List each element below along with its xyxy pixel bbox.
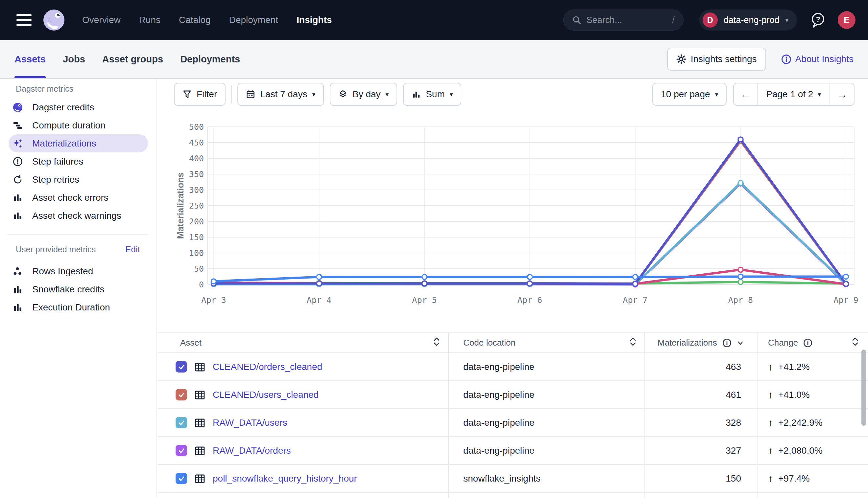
dagster-metrics-section-label: Dagster metrics — [16, 84, 140, 94]
deployment-initial-badge: D — [703, 12, 718, 28]
top-nav: Overview Runs Catalog Deployment Insight… — [0, 0, 868, 40]
column-header-change[interactable]: Change — [757, 333, 868, 353]
y-tick-label: 200 — [189, 217, 204, 226]
sidebar-item-asset-check-warnings[interactable]: Asset check warnings — [9, 207, 148, 225]
insights-settings-button[interactable]: Insights settings — [667, 48, 766, 70]
check-icon — [178, 447, 186, 455]
code-location-cell: data-eng-pipeline — [448, 437, 644, 464]
tabs: Assets Jobs Asset groups Deployments — [14, 40, 240, 78]
series-checkbox[interactable] — [176, 389, 187, 401]
user-avatar[interactable]: E — [838, 11, 855, 29]
aggregation-label: Sum — [426, 89, 445, 100]
sort-icon[interactable] — [852, 337, 859, 349]
sidebar-item-execution-duration[interactable]: Execution Duration — [9, 298, 148, 316]
svg-text:?: ? — [816, 15, 820, 23]
check-icon — [178, 391, 186, 399]
table-grid-icon — [194, 445, 205, 456]
sidebar-divider — [7, 234, 148, 235]
sparkle-icon — [13, 138, 23, 149]
nav-item-overview[interactable]: Overview — [82, 15, 121, 25]
sidebar-item-compute-duration[interactable]: Compute duration — [9, 116, 148, 134]
materializations-cell: 150 — [644, 465, 757, 492]
column-label: Code location — [463, 338, 515, 348]
trend-up-icon: ↑ — [768, 445, 773, 456]
filter-button[interactable]: Filter — [174, 83, 226, 106]
nav-item-insights[interactable]: Insights — [296, 15, 332, 25]
trend-up-icon: ↑ — [768, 473, 773, 484]
table-row: CLEANED/users_cleaned data-eng-pipeline … — [158, 381, 868, 409]
series-checkbox[interactable] — [176, 473, 187, 484]
tab-deployments[interactable]: Deployments — [180, 40, 240, 78]
y-tick-label: 450 — [189, 138, 204, 147]
filter-label: Filter — [196, 89, 217, 100]
y-axis-title: Materializations — [176, 172, 186, 239]
asset-link[interactable]: CLEANED/orders_cleaned — [213, 362, 322, 372]
asset-link[interactable]: CLEANED/users_cleaned — [213, 390, 319, 400]
column-label: Change — [768, 338, 798, 348]
edit-metrics-link[interactable]: Edit — [125, 245, 140, 254]
sidebar-item-label: Asset check warnings — [32, 211, 121, 221]
sidebar-item-label: Materializations — [32, 138, 96, 149]
page-label: Page 1 of 2 — [766, 89, 813, 100]
sidebar-item-asset-check-errors[interactable]: Asset check errors — [9, 188, 148, 207]
about-insights-link[interactable]: About Insights — [781, 54, 854, 64]
tab-bar-right: Insights settings About Insights — [667, 48, 854, 70]
code-location-cell: data-eng-pipeline — [448, 493, 644, 498]
column-header-asset[interactable]: Asset — [158, 333, 448, 353]
date-range-button[interactable]: Last 7 days ▾ — [238, 83, 324, 106]
sidebar-item-rows-ingested[interactable]: Rows Ingested — [9, 262, 148, 280]
series-checkbox[interactable] — [176, 417, 187, 428]
chevron-down-icon[interactable] — [737, 339, 744, 346]
next-page-button[interactable]: → — [830, 83, 854, 105]
deployment-switcher[interactable]: D data-eng-prod ▾ — [699, 10, 797, 30]
pager: ← Page 1 of 2 ▾ → — [733, 83, 855, 106]
nav-item-catalog[interactable]: Catalog — [179, 15, 211, 25]
info-icon[interactable] — [722, 338, 731, 348]
change-value: +2,080.0% — [778, 445, 822, 456]
per-page-button[interactable]: 10 per page ▾ — [652, 83, 727, 106]
sidebar-item-snowflake-credits[interactable]: Snowflake credits — [9, 280, 148, 298]
sidebar-item-dagster-credits[interactable]: Dagster credits — [9, 98, 148, 116]
sort-icon[interactable] — [433, 337, 440, 349]
vertical-scrollbar[interactable] — [861, 350, 866, 426]
page-selector[interactable]: Page 1 of 2 ▾ — [757, 83, 830, 105]
info-icon[interactable] — [803, 338, 813, 348]
asset-link[interactable]: poll_snowflake_query_history_hour — [213, 473, 357, 484]
asset-link[interactable]: RAW_DATA/users — [213, 418, 288, 428]
search-input[interactable]: Search... / — [563, 10, 684, 30]
column-header-code-location[interactable]: Code location — [448, 333, 644, 353]
metrics-sidebar: Dagster metrics Dagster credits — [0, 79, 157, 498]
dots-icon — [13, 266, 23, 277]
dagster-logo-icon[interactable] — [43, 9, 65, 31]
sidebar-item-materializations[interactable]: Materializations — [9, 134, 148, 153]
nav-item-deployment[interactable]: Deployment — [229, 15, 278, 25]
table-row: poll_snowflake_query_history_hour snowfl… — [158, 465, 868, 493]
series-checkbox[interactable] — [176, 361, 187, 372]
sidebar-item-label: Snowflake credits — [32, 284, 104, 294]
asset-link[interactable]: RAW_DATA/orders — [213, 445, 291, 456]
check-icon — [178, 475, 186, 483]
tab-assets[interactable]: Assets — [14, 40, 46, 78]
column-header-materializations[interactable]: Materializations — [644, 333, 757, 353]
series-checkbox[interactable] — [176, 445, 187, 456]
y-tick-label: 500 — [189, 122, 204, 132]
tab-jobs[interactable]: Jobs — [63, 40, 85, 78]
materializations-cell: 327 — [644, 437, 757, 464]
tab-asset-groups[interactable]: Asset groups — [102, 40, 163, 78]
chevron-down-icon: ▾ — [450, 91, 453, 98]
bar-chart-icon — [13, 302, 23, 313]
nav-item-runs[interactable]: Runs — [139, 15, 161, 25]
granularity-button[interactable]: By day ▾ — [330, 83, 397, 106]
aggregation-button[interactable]: Sum ▾ — [403, 83, 461, 106]
code-location-cell: snowflake_insights — [448, 465, 644, 492]
change-value: +97.4% — [778, 473, 810, 484]
hamburger-menu-icon[interactable] — [16, 14, 31, 26]
help-icon[interactable]: ? — [810, 12, 826, 28]
prev-page-button[interactable]: ← — [734, 83, 757, 105]
change-value: +2,242.9% — [778, 418, 822, 428]
sidebar-item-step-failures[interactable]: Step failures — [9, 153, 148, 170]
sidebar-item-step-retries[interactable]: Step retries — [9, 170, 148, 188]
x-tick-label: Apr 8 — [728, 295, 753, 305]
materializations-chart: 050100150200250300350400450500Apr 3Apr 4… — [158, 118, 868, 322]
sort-icon[interactable] — [629, 337, 637, 349]
